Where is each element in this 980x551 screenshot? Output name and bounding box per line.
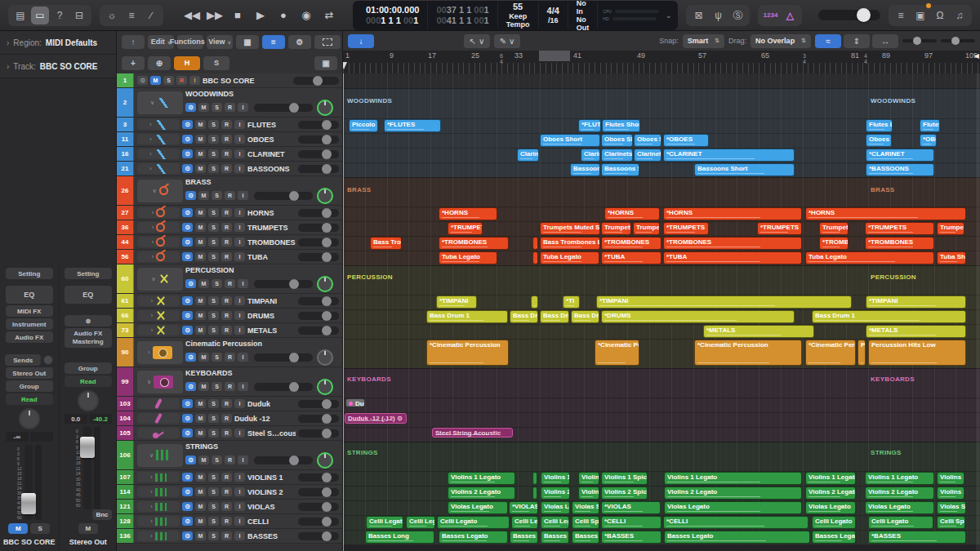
region[interactable]: *VIOLAS [601,501,661,514]
note-pads-icon[interactable]: ▣ [911,7,929,24]
mute-button[interactable]: M [195,473,206,482]
input-monitor-button[interactable]: I [238,191,248,200]
region[interactable]: Basses Le [541,531,569,544]
track-power-button[interactable]: ⊙ [182,429,193,438]
back-button[interactable]: ↑ [122,35,145,49]
solo-button[interactable]: S [208,326,219,335]
track-header-config-button[interactable]: ▣ [314,56,337,70]
track-icon-box[interactable] [137,428,180,438]
track-power-button[interactable]: ⊙ [182,120,193,129]
region[interactable]: Oboes L [866,134,892,147]
solo-tracks-button[interactable]: S [203,56,229,70]
disclosure-icon[interactable]: › [151,298,153,304]
region[interactable]: Celli Spicc [937,516,965,529]
input-monitor-button[interactable]: I [234,296,245,305]
disclosure-icon[interactable]: › [148,349,149,355]
master-volume-slider[interactable] [818,10,880,20]
input-monitor-button[interactable]: I [238,455,248,464]
region[interactable]: Tuba Legato [439,251,497,264]
region[interactable]: Oboes Sh [601,134,633,147]
cycle-range[interactable] [539,51,570,61]
record-enable-button[interactable]: R [221,311,232,320]
track-power-button[interactable]: ⊙ [182,399,193,408]
track-row-duduk-12[interactable]: 104⊙MSRDuduk -12 [117,411,342,426]
rewind-button[interactable]: ◀◀ [183,7,201,24]
mute-button[interactable]: M [195,311,206,320]
track-power-button[interactable]: ⊙ [182,487,193,496]
region[interactable] [532,487,537,500]
region[interactable]: Basses Le [510,531,538,544]
region[interactable]: Basses Legato [664,531,810,544]
region[interactable]: Clarinets [634,149,662,162]
region[interactable]: Violas Legato [865,501,934,514]
solo-button[interactable]: S [208,296,219,305]
track-power-button[interactable]: ⊙ [185,103,196,112]
track-power-button[interactable]: ⊙ [182,502,193,511]
region[interactable]: Percussion Hits Low [868,340,966,366]
mute-button[interactable]: M [195,502,206,511]
region[interactable]: Violins [578,487,599,500]
region[interactable]: *DRUMS [601,310,795,323]
disclosure-icon[interactable]: › [152,210,154,216]
solo-button[interactable]: S [208,149,219,158]
disclosure-icon[interactable]: ∨ [151,276,155,282]
region[interactable]: Trumpets [819,222,849,235]
track-power-button[interactable]: ⊙ [185,191,196,200]
mute-button[interactable]: M [195,414,206,423]
strip-slot-audio-fx[interactable]: Audio FXMastering [65,328,112,348]
disclosure-icon[interactable]: ∨ [147,379,151,385]
input-monitor-button[interactable]: I [234,252,245,261]
track-icon-box[interactable]: › [137,222,180,233]
mute-button[interactable]: M [195,517,206,526]
record-enable-button[interactable]: R [221,120,232,129]
track-row-drums[interactable]: 66›⊙MSRIDRUMS [117,309,342,323]
track-row-celli[interactable]: 128›⊙MSRICELLI [117,514,342,529]
input-monitor-button[interactable]: I [234,238,245,247]
mute-button[interactable]: M [195,135,206,144]
track-icon-box[interactable]: › [137,134,180,144]
solo-button[interactable]: S [163,76,174,85]
track-icon-box[interactable]: › [137,325,180,335]
region[interactable]: Violas Spi [572,501,599,514]
mute-button[interactable]: M [195,120,206,129]
mute-button[interactable]: M [78,523,98,534]
pan-knob[interactable] [78,390,99,411]
duplicate-track-button[interactable]: ⊕ [148,56,171,70]
track-row-basses[interactable]: 136›⊙MSRIBASSES [117,529,342,544]
region[interactable]: Tuba Shor [937,251,966,264]
region[interactable]: Violas Leg [541,501,570,514]
mute-button[interactable]: M [195,429,206,438]
track-volume-slider[interactable] [298,312,339,320]
track-row-tuba[interactable]: 56›⊙MSRITUBA [117,250,342,264]
track-row-strings[interactable]: 106∨STRINGS⊙MSRI [117,441,342,470]
region[interactable]: Bass Drum 1 [426,310,508,323]
track-row-percussion[interactable]: 60∨PERCUSSION⊙MSRI [117,264,342,294]
record-enable-button[interactable]: R [221,164,232,173]
track-inspector-header[interactable]: › Track: BBC SO CORE [0,55,116,78]
horizontal-zoom-slider[interactable] [941,39,975,42]
solo-button[interactable]: S [208,238,219,247]
input-monitor-button[interactable]: I [238,382,248,391]
cycle-button[interactable]: ⇄ [320,7,338,24]
track-volume-slider[interactable] [298,503,339,511]
solo-button[interactable]: S [208,135,219,144]
input-monitor-button[interactable]: I [234,502,245,511]
mute-button[interactable]: M [195,326,206,335]
region[interactable]: Trumpets [937,222,964,235]
count-in-icon[interactable]: 1234 [761,7,779,24]
input-monitor-button[interactable]: I [234,517,245,526]
track-volume-slider[interactable] [298,488,339,496]
track-power-button[interactable]: ⊙ [182,531,193,540]
record-button[interactable]: ● [274,7,292,24]
track-icon-box[interactable]: › [137,207,180,218]
solo-button[interactable]: S [208,311,219,320]
track-power-button[interactable]: ⊙ [185,455,196,464]
track-row-steel-s-coustic[interactable]: 105⊙MSRISteel S…coustic [117,426,342,441]
track-icon-box[interactable]: › [137,310,180,321]
vertical-auto-zoom-button[interactable]: ⇕ [844,34,870,48]
stop-button[interactable]: ■ [229,7,247,24]
track-volume-slider[interactable] [298,327,339,335]
strip-slot-instrument[interactable]: Instrument [6,318,53,330]
solo-button[interactable]: S [212,191,222,200]
track-row-cinematic-percussion[interactable]: 90›Cinematic Percussion⊙MSRI [117,338,342,367]
